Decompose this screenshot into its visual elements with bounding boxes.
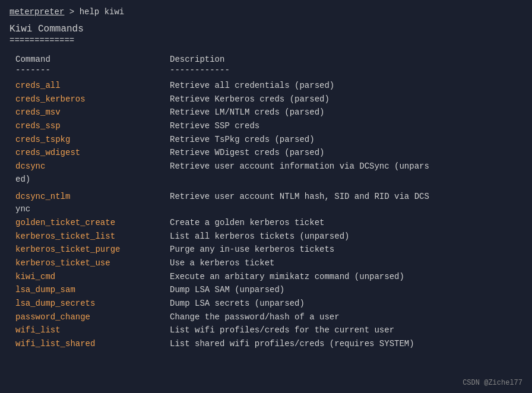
section-title: Kiwi Commands [10, 24, 522, 34]
desc-golden-ticket: Create a golden kerberos ticket [170, 217, 522, 230]
section-divider: ============= [10, 36, 522, 45]
table-row: kerberos_ticket_purge Purge any in-use k… [15, 243, 522, 256]
table-row: creds_kerberos Retrieve Kerberos creds (… [15, 93, 522, 106]
cmd-creds-tspkg: creds_tspkg [15, 134, 170, 147]
cmd-creds-msv: creds_msv [15, 106, 170, 119]
cmd-golden-ticket: golden_ticket_create [15, 217, 170, 230]
desc-creds-msv: Retrieve LM/NTLM creds (parsed) [170, 106, 522, 119]
cmd-kerberos-list: kerberos_ticket_list [15, 230, 170, 243]
desc-creds-all: Retrieve all credentials (parsed) [170, 80, 522, 93]
table-row: kerberos_ticket_list List all kerberos t… [15, 230, 522, 243]
desc-dcsync: Retrieve user account information via DC… [170, 160, 522, 173]
cmd-lsa-dump-secrets: lsa_dump_secrets [15, 297, 170, 310]
desc-creds-kerberos: Retrieve Kerberos creds (parsed) [170, 93, 522, 106]
table-row: creds_tspkg Retrieve TsPkg creds (parsed… [15, 134, 522, 147]
table-row: creds_msv Retrieve LM/NTLM creds (parsed… [15, 106, 522, 119]
sep-description: ------------ [170, 65, 230, 75]
table-row: wifi_list List wifi profiles/creds for t… [15, 324, 522, 337]
cmd-creds-kerberos: creds_kerberos [15, 93, 170, 106]
prompt-rest: > help kiwi [69, 7, 124, 17]
table-row: creds_ssp Retrieve SSP creds [15, 120, 522, 133]
table-separator: ------- ------------ [15, 65, 522, 75]
table-row: kerberos_ticket_use Use a kerberos ticke… [15, 257, 522, 270]
cmd-dcsync: dcsync [15, 160, 170, 173]
desc-wifi-list-shared: List shared wifi profiles/creds (require… [170, 338, 522, 351]
desc-lsa-dump-secrets: Dump LSA secrets (unparsed) [170, 297, 522, 310]
cmd-kerberos-use: kerberos_ticket_use [15, 257, 170, 270]
table-row: golden_ticket_create Create a golden ker… [15, 217, 522, 230]
desc-lsa-dump-sam: Dump LSA SAM (unparsed) [170, 284, 522, 297]
desc-kerberos-use: Use a kerberos ticket [170, 257, 522, 270]
table-row-dcsync: dcsync Retrieve user account information… [15, 160, 522, 186]
desc-wifi-list: List wifi profiles/creds for the current… [170, 324, 522, 337]
desc-kiwi-cmd: Execute an arbitary mimikatz command (un… [170, 271, 522, 284]
desc-creds-tspkg: Retrieve TsPkg creds (parsed) [170, 134, 522, 147]
terminal: meterpreter > help kiwi Kiwi Commands ==… [10, 7, 522, 351]
cmd-creds-ssp: creds_ssp [15, 120, 170, 133]
cmd-lsa-dump-sam: lsa_dump_sam [15, 284, 170, 297]
cmd-wifi-list-shared: wifi_list_shared [15, 338, 170, 351]
header-description: Description [170, 55, 224, 64]
desc-creds-wdigest: Retrieve WDigest creds (parsed) [170, 147, 522, 160]
cmd-creds-wdigest: creds_wdigest [15, 147, 170, 160]
watermark: CSDN @Zichel77 [463, 379, 522, 387]
table-row: lsa_dump_secrets Dump LSA secrets (unpar… [15, 297, 522, 310]
dcsync-continuation: ed) [15, 173, 522, 186]
cmd-creds-all: creds_all [15, 80, 170, 93]
dcsync-first-line: dcsync Retrieve user account information… [15, 160, 522, 173]
cmd-kerberos-purge: kerberos_ticket_purge [15, 243, 170, 256]
table-row-dcsync-ntlm: dcsync_ntlm Retrieve user account NTLM h… [15, 191, 522, 216]
table-row: lsa_dump_sam Dump LSA SAM (unparsed) [15, 284, 522, 297]
table-row: creds_wdigest Retrieve WDigest creds (pa… [15, 147, 522, 160]
desc-dcsync-ntlm: Retrieve user account NTLM hash, SID and… [170, 191, 522, 204]
desc-password-change: Change the password/hash of a user [170, 311, 522, 324]
cmd-wifi-list: wifi_list [15, 324, 170, 337]
table-row: kiwi_cmd Execute an arbitary mimikatz co… [15, 271, 522, 284]
table-row: wifi_list_shared List shared wifi profil… [15, 338, 522, 351]
desc-creds-ssp: Retrieve SSP creds [170, 120, 522, 133]
command-table: Command Description ------- ------------… [10, 55, 522, 351]
sep-command: ------- [15, 65, 170, 75]
desc-kerberos-list: List all kerberos tickets (unparsed) [170, 230, 522, 243]
cmd-password-change: password_change [15, 311, 170, 324]
desc-kerberos-purge: Purge any in-use kerberos tickets [170, 243, 522, 256]
prompt-meterpreter: meterpreter [10, 7, 64, 17]
dcsync-ntlm-first-line: dcsync_ntlm Retrieve user account NTLM h… [15, 191, 522, 204]
table-row: password_change Change the password/hash… [15, 311, 522, 324]
cmd-kiwi-cmd: kiwi_cmd [15, 271, 170, 284]
table-row: creds_all Retrieve all credentials (pars… [15, 80, 522, 93]
header-command: Command [15, 55, 170, 64]
cmd-dcsync-ntlm: dcsync_ntlm [15, 191, 170, 204]
prompt-line: meterpreter > help kiwi [10, 7, 522, 17]
dcsync-ntlm-continuation: ync [15, 203, 522, 216]
table-header: Command Description [15, 55, 522, 64]
